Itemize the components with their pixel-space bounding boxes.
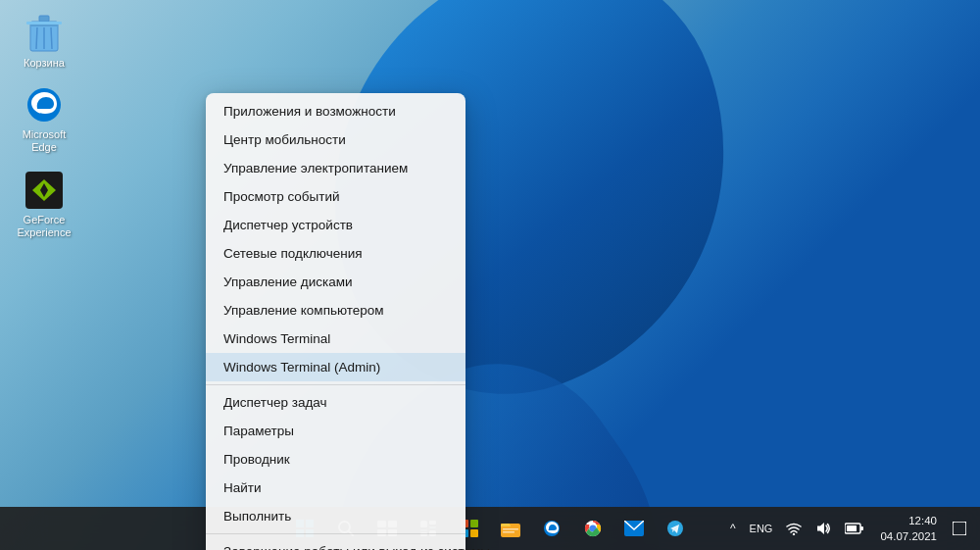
- menu-separator-1: [206, 384, 466, 385]
- taskbar-right: ^ ENG: [726, 511, 980, 546]
- svg-rect-42: [953, 522, 966, 535]
- menu-item-mobility-center[interactable]: Центр мобильности: [206, 125, 466, 154]
- edge-taskbar-button[interactable]: [532, 509, 571, 548]
- menu-item-shutdown[interactable]: Завершение работы или выход из системы ›: [206, 537, 466, 550]
- menu-separator-2: [206, 533, 466, 534]
- recycle-bin-label: Корзина: [24, 57, 65, 70]
- wifi-icon[interactable]: [782, 520, 806, 537]
- svg-rect-28: [470, 529, 478, 537]
- menu-item-run[interactable]: Выполнить: [206, 502, 466, 530]
- context-menu: Приложения и возможности Центр мобильнос…: [206, 93, 466, 550]
- menu-item-apps-features[interactable]: Приложения и возможности: [206, 97, 466, 125]
- telegram-button[interactable]: [656, 509, 695, 548]
- menu-item-task-manager[interactable]: Диспетчер задач: [206, 388, 466, 417]
- language-indicator[interactable]: ENG: [746, 521, 777, 536]
- menu-item-settings[interactable]: Параметры: [206, 417, 466, 445]
- microsoft-edge-icon[interactable]: MicrosoftEdge: [10, 81, 78, 158]
- recycle-bin-icon[interactable]: Корзина: [10, 10, 78, 74]
- battery-icon[interactable]: [841, 521, 868, 536]
- svg-rect-26: [470, 520, 478, 527]
- taskbar: ^ ENG: [0, 507, 980, 550]
- svg-line-6: [51, 27, 52, 49]
- edge-label: MicrosoftEdge: [23, 128, 67, 154]
- svg-rect-41: [860, 526, 863, 530]
- clock-display[interactable]: 12:40 04.07.2021: [874, 511, 943, 546]
- svg-rect-3: [26, 22, 62, 25]
- chrome-button[interactable]: [573, 509, 612, 548]
- desktop-icons-area: Корзина MicrosoftEdge GeForceExperien: [10, 10, 78, 243]
- svg-point-38: [793, 533, 795, 535]
- geforce-label: GeForceExperience: [17, 214, 71, 239]
- svg-rect-31: [503, 528, 518, 530]
- volume-icon[interactable]: [811, 520, 835, 537]
- desktop: Корзина MicrosoftEdge GeForceExperien: [0, 0, 980, 550]
- explorer-button[interactable]: [491, 509, 530, 548]
- clock-time: 12:40: [908, 513, 937, 528]
- menu-item-windows-terminal-admin[interactable]: Windows Terminal (Admin): [206, 353, 466, 381]
- menu-item-power-options[interactable]: Управление электропитанием: [206, 154, 466, 182]
- menu-item-windows-terminal[interactable]: Windows Terminal: [206, 325, 466, 353]
- hidden-icons-button[interactable]: ^: [726, 520, 740, 537]
- recycle-bin-image: [24, 14, 64, 53]
- menu-item-file-explorer[interactable]: Проводник: [206, 445, 466, 474]
- menu-item-device-manager[interactable]: Диспетчер устройств: [206, 211, 466, 239]
- notification-button[interactable]: [949, 520, 970, 537]
- svg-rect-40: [847, 525, 857, 531]
- edge-image: [24, 85, 64, 125]
- menu-item-network-connections[interactable]: Сетевые подключения: [206, 239, 466, 268]
- geforce-image: [24, 171, 64, 210]
- menu-item-search[interactable]: Найти: [206, 474, 466, 502]
- mail-button[interactable]: [614, 509, 654, 548]
- geforce-experience-icon[interactable]: GeForceExperience: [10, 167, 78, 243]
- svg-rect-32: [503, 531, 514, 533]
- menu-item-computer-management[interactable]: Управление компьютером: [206, 296, 466, 325]
- svg-line-4: [36, 27, 37, 49]
- shutdown-arrow-icon: ›: [498, 546, 502, 551]
- menu-item-event-viewer[interactable]: Просмотр событий: [206, 182, 466, 211]
- clock-date: 04.07.2021: [880, 528, 937, 544]
- menu-item-disk-management[interactable]: Управление дисками: [206, 268, 466, 296]
- svg-rect-2: [39, 16, 49, 22]
